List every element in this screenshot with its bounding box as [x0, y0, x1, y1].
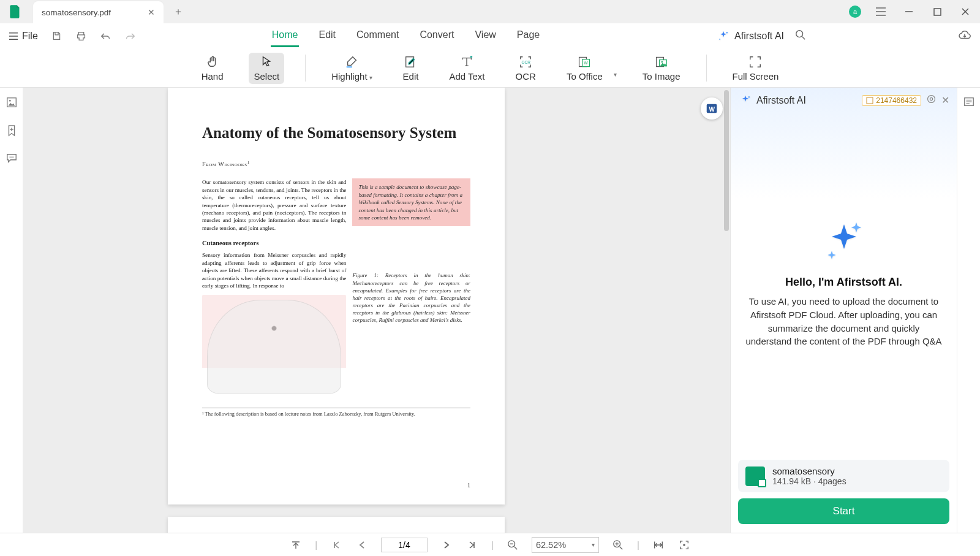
title-bar: somatosensory.pdf ✕ ＋ a — [0, 0, 980, 23]
ocr-icon: OCR — [519, 55, 532, 69]
svg-rect-18 — [867, 97, 873, 104]
menu-bar: File Home Edit Comment Convert View Page… — [0, 23, 980, 49]
zoom-in-icon[interactable] — [611, 538, 625, 552]
ai-link-label: Afirstsoft AI — [734, 31, 784, 42]
chevron-down-icon: ▾ — [592, 541, 595, 548]
to-image-tool[interactable]: To Image — [638, 53, 685, 84]
user-avatar[interactable]: a — [849, 6, 861, 18]
page-number: 1 — [467, 482, 470, 489]
first-page-icon[interactable] — [330, 538, 343, 552]
minimize-icon[interactable] — [900, 3, 918, 20]
paragraph-1: Our somatosensory system consists of sen… — [202, 178, 346, 232]
scrollbar[interactable] — [724, 90, 729, 231]
comments-panel-icon[interactable] — [6, 153, 18, 166]
first-page-top-icon[interactable] — [289, 538, 303, 552]
select-tool[interactable]: Select — [249, 53, 284, 84]
zoom-select[interactable]: 62.52% ▾ — [532, 537, 599, 553]
panel-body: Hello, I'm Afirstsoft AI. To use AI, you… — [731, 107, 957, 460]
afirstsoft-ai-link[interactable]: Afirstsoft AI — [717, 30, 784, 42]
section-heading-1: Cutaneous receptors — [202, 239, 346, 248]
next-page-icon[interactable] — [440, 538, 453, 552]
to-image-tool-label: To Image — [643, 71, 680, 82]
hand-tool-label: Hand — [202, 71, 224, 82]
figure-1-image — [202, 295, 346, 399]
save-icon[interactable] — [51, 31, 62, 42]
edit-page-icon — [404, 55, 417, 69]
panel-file-card: somatosensory 141.94 kB · 4pages — [738, 460, 949, 492]
main-area: W Anatomy of the Somatosensory System Fr… — [23, 88, 957, 533]
svg-point-3 — [796, 30, 803, 37]
title-bar-right: a — [849, 3, 980, 20]
thumbnails-icon[interactable] — [6, 96, 18, 111]
panel-file-meta: 141.94 kB · 4pages — [772, 476, 846, 486]
last-page-icon[interactable] — [466, 538, 479, 552]
new-tab-button[interactable]: ＋ — [168, 2, 188, 21]
token-value: 2147466432 — [876, 96, 917, 105]
close-tab-icon[interactable]: ✕ — [148, 7, 155, 17]
svg-point-2 — [719, 39, 720, 40]
tab-page[interactable]: Page — [516, 25, 541, 47]
svg-point-13 — [9, 100, 10, 102]
left-rail — [0, 88, 23, 533]
panel-greeting: Hello, I'm Afirstsoft AI. — [785, 276, 902, 289]
search-icon[interactable] — [795, 29, 806, 43]
to-image-icon — [655, 55, 668, 69]
doc-source: From Wikibooks1 — [202, 160, 470, 167]
svg-point-17 — [748, 96, 750, 97]
start-button[interactable]: Start — [738, 498, 949, 524]
edit-tool[interactable]: Edit — [398, 53, 424, 84]
toolbar-separator — [305, 55, 306, 82]
tab-home[interactable]: Home — [271, 25, 300, 47]
fit-page-icon[interactable] — [677, 538, 691, 552]
file-menu[interactable]: File — [9, 31, 38, 42]
tab-view[interactable]: View — [473, 25, 497, 47]
tab-convert[interactable]: Convert — [418, 25, 455, 47]
panel-settings-icon[interactable] — [926, 94, 937, 107]
file-thumb-icon — [745, 467, 765, 486]
redo-icon[interactable] — [125, 31, 136, 42]
figure-1-caption: Figure 1: Receptors in the human skin: M… — [352, 272, 470, 324]
full-screen-tool-label: Full Screen — [733, 71, 779, 82]
prev-page-icon[interactable] — [355, 538, 369, 552]
panel-close-icon[interactable]: ✕ — [941, 94, 949, 106]
ocr-tool[interactable]: OCR OCR — [511, 53, 541, 84]
maximize-icon[interactable] — [929, 3, 946, 20]
menu-tabs: Home Edit Comment Convert View Page — [271, 25, 541, 47]
document-tab[interactable]: somatosensory.pdf ✕ — [33, 1, 164, 23]
bookmark-add-icon[interactable] — [6, 124, 17, 139]
add-text-tool-label: Add Text — [449, 71, 484, 82]
select-tool-label: Select — [254, 71, 279, 82]
svg-text:OCR: OCR — [522, 59, 531, 64]
undo-icon[interactable] — [100, 31, 111, 42]
tab-comment[interactable]: Comment — [355, 25, 400, 47]
convert-to-word-floating-icon[interactable]: W — [701, 97, 723, 120]
ocr-tool-label: OCR — [516, 71, 536, 82]
doc-right-column: This is a sample document to showcase pa… — [352, 178, 470, 398]
panel-toggle-icon[interactable] — [963, 96, 974, 110]
sparkle-icon — [739, 94, 752, 107]
toolbar-separator — [706, 55, 707, 82]
pdf-page-2-peek — [168, 517, 505, 533]
menu-bar-right: Afirstsoft AI — [717, 29, 971, 43]
quick-actions — [51, 31, 136, 42]
add-text-tool[interactable]: Add Text — [444, 53, 489, 84]
highlight-tool[interactable]: Highlight▾ — [326, 53, 377, 84]
token-badge[interactable]: 2147466432 — [862, 95, 921, 106]
tab-edit[interactable]: Edit — [317, 25, 337, 47]
svg-point-11 — [661, 61, 663, 63]
to-office-icon: W — [578, 55, 591, 69]
full-screen-tool[interactable]: Full Screen — [728, 53, 784, 84]
print-icon[interactable] — [76, 31, 87, 42]
to-office-tool[interactable]: W To Office — [562, 53, 608, 84]
fit-width-icon[interactable] — [652, 538, 665, 552]
zoom-out-icon[interactable] — [506, 538, 519, 552]
app-menu-icon[interactable] — [872, 3, 889, 20]
svg-point-20 — [930, 97, 932, 100]
hand-tool[interactable]: Hand — [197, 53, 228, 84]
to-office-dropdown-icon[interactable]: ▾ — [614, 71, 617, 78]
document-viewport[interactable]: W Anatomy of the Somatosensory System Fr… — [23, 88, 730, 533]
panel-header: Afirstsoft AI 2147466432 ✕ — [731, 88, 957, 107]
close-window-icon[interactable] — [957, 3, 974, 20]
cloud-icon[interactable] — [958, 29, 971, 43]
page-input[interactable] — [381, 538, 428, 552]
